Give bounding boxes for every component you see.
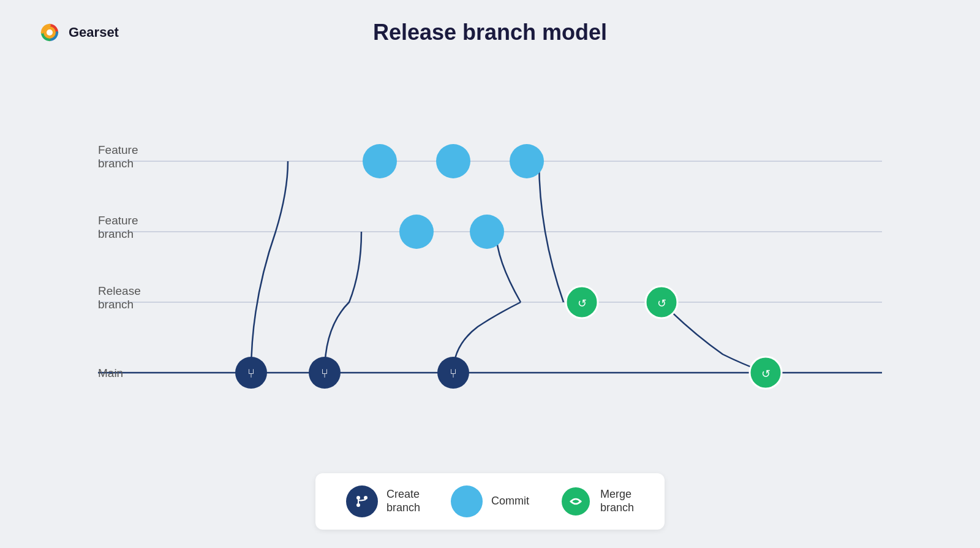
legend-item-create: Createbranch <box>346 485 420 517</box>
feature2-commit-2 <box>470 215 504 249</box>
feature1-commit-3 <box>510 144 544 178</box>
main-create-icon-2: ⑂ <box>321 367 328 380</box>
branch-diagram: Feature branch Feature branch Release br… <box>49 51 931 473</box>
release-branch-label: Release <box>98 284 141 297</box>
main-create-icon-1: ⑂ <box>247 367 255 380</box>
legend-merge-label: Mergebranch <box>600 488 634 514</box>
connector-main-to-feature1 <box>251 161 288 373</box>
legend-merge-icon <box>560 485 592 517</box>
main-create-icon-3: ⑂ <box>450 367 457 380</box>
legend: Createbranch Commit Mergebranch <box>315 473 665 530</box>
gearset-logo-icon <box>37 20 62 45</box>
legend-commit-icon <box>451 485 483 517</box>
logo-text: Gearset <box>69 25 119 40</box>
page-title: Release branch model <box>373 20 607 45</box>
diagram-area: Feature branch Feature branch Release br… <box>0 51 980 473</box>
feature-branch-1-label2: branch <box>98 157 134 170</box>
main-branch-label: Main <box>98 367 123 379</box>
connector-release-to-main <box>662 302 766 373</box>
release-merge-icon-1: ↺ <box>578 297 587 310</box>
svg-point-2 <box>47 29 53 36</box>
logo-area: Gearset <box>37 20 119 45</box>
feature-branch-1-label: Feature <box>98 143 138 156</box>
svg-point-4 <box>356 503 360 507</box>
svg-marker-8 <box>570 500 572 503</box>
svg-point-3 <box>356 496 360 500</box>
feature1-commit-2 <box>436 144 470 178</box>
legend-item-commit: Commit <box>451 485 529 517</box>
svg-point-5 <box>364 496 368 500</box>
svg-marker-7 <box>579 500 582 503</box>
legend-create-icon <box>346 485 378 517</box>
legend-create-label: Createbranch <box>386 488 420 514</box>
release-merge-icon-2: ↺ <box>657 297 666 310</box>
feature2-commit-1 <box>399 215 434 249</box>
feature-branch-2-label: Feature <box>98 214 138 227</box>
legend-item-merge: Mergebranch <box>560 485 634 517</box>
create-branch-svg <box>355 494 369 509</box>
merge-branch-svg <box>568 494 583 509</box>
legend-commit-label: Commit <box>491 495 529 508</box>
feature-branch-2-label2: branch <box>98 227 134 240</box>
main-merge-icon: ↺ <box>761 368 771 380</box>
release-branch-label2: branch <box>98 298 134 311</box>
feature1-commit-1 <box>363 144 397 178</box>
header: Gearset Release branch model <box>0 0 980 51</box>
